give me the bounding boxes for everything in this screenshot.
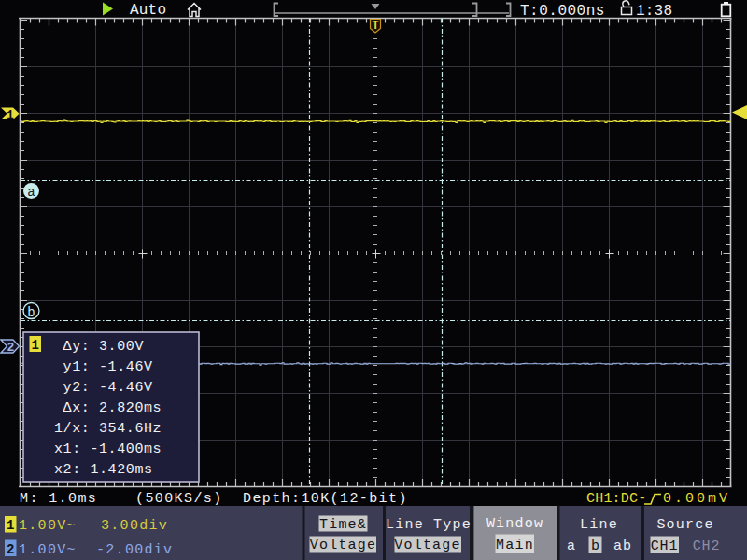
- svg-text:T: T: [372, 20, 378, 33]
- svg-text:a: a: [27, 185, 35, 200]
- svg-text:Auto: Auto: [130, 2, 166, 19]
- svg-text:CH2: CH2: [693, 539, 720, 554]
- svg-text:1: 1: [7, 108, 14, 122]
- svg-text:2: 2: [7, 542, 14, 557]
- svg-text:y2: -4.46V: y2: -4.46V: [54, 380, 153, 396]
- svg-text:Time&: Time&: [319, 517, 367, 533]
- svg-text:Line: Line: [580, 517, 618, 533]
- svg-text:Main: Main: [496, 538, 534, 553]
- svg-text:(500KS/s): (500KS/s): [135, 491, 223, 507]
- svg-text:CH1:DC-: CH1:DC-: [586, 491, 646, 507]
- svg-text:Voltage: Voltage: [310, 538, 376, 553]
- svg-text:Δy: 3.00V: Δy: 3.00V: [54, 339, 144, 355]
- svg-text:y1: -1.46V: y1: -1.46V: [54, 359, 153, 375]
- svg-text:2: 2: [7, 341, 15, 355]
- svg-text:Window: Window: [486, 516, 543, 532]
- svg-text:Δx: 2.820ms: Δx: 2.820ms: [54, 400, 162, 416]
- svg-text:x1: -1.400ms: x1: -1.400ms: [54, 441, 162, 457]
- svg-text:M: 1.0ms: M: 1.0ms: [20, 491, 97, 507]
- svg-text:Line Type: Line Type: [386, 517, 472, 533]
- svg-text:a: a: [567, 539, 575, 554]
- svg-text:Source: Source: [656, 517, 713, 533]
- svg-text:b: b: [27, 305, 35, 320]
- svg-text:1:38: 1:38: [636, 3, 672, 20]
- svg-text:1.00V~: 1.00V~: [19, 518, 77, 534]
- svg-text:Depth:10K(12-bit): Depth:10K(12-bit): [243, 491, 408, 507]
- svg-text:x2: 1.420ms: x2: 1.420ms: [54, 462, 153, 478]
- svg-text:1/x: 354.6Hz: 1/x: 354.6Hz: [54, 421, 162, 437]
- svg-text:3.00div: 3.00div: [101, 518, 168, 534]
- svg-text:-2.00div: -2.00div: [96, 542, 173, 558]
- svg-text:1.00V~: 1.00V~: [19, 542, 77, 558]
- svg-text:1: 1: [7, 518, 14, 533]
- svg-text:CH1: CH1: [651, 539, 678, 554]
- svg-text:T:0.000ns: T:0.000ns: [520, 3, 605, 20]
- svg-text:b: b: [591, 539, 599, 554]
- svg-text:0.00mV: 0.00mV: [663, 491, 730, 507]
- svg-text:Voltage: Voltage: [394, 538, 460, 553]
- svg-text:ab: ab: [613, 539, 632, 554]
- svg-text:1: 1: [31, 338, 38, 353]
